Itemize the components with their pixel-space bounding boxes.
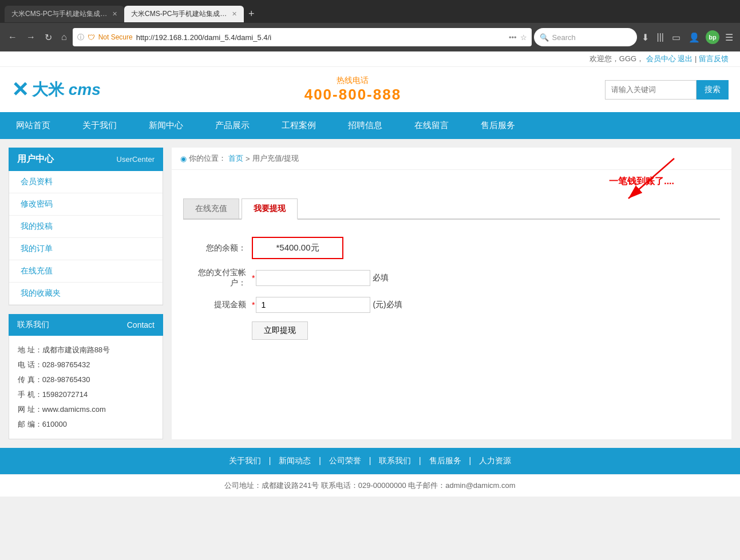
sidebar-item-contribution[interactable]: 我的投稿 (9, 216, 163, 238)
company-info: 公司地址：成都建设路241号 联系电话：029-00000000 电子邮件：ad… (224, 481, 515, 490)
favorites-link[interactable]: 我的收藏夹 (21, 288, 61, 297)
nav-item-message[interactable]: 在线留言 (398, 112, 465, 139)
nav-item-home[interactable]: 网站首页 (0, 112, 66, 139)
reload-button[interactable]: ↻ (41, 30, 56, 45)
nav-item-service[interactable]: 售后服务 (465, 112, 531, 139)
footer-sep-5: | (469, 456, 474, 465)
user-center-header: 用户中心 UserCenter (9, 148, 163, 171)
browser-tabs: 大米CMS-PC与手机建站集成，官▶ ✕ 大米CMS-PC与手机建站集成，官▶ … (0, 0, 740, 23)
footer-sep-2: | (319, 456, 323, 465)
contact-en: Contact (127, 320, 155, 329)
menu-icon[interactable]: ☰ (723, 30, 735, 45)
tab-title-2: 大米CMS-PC与手机建站集成，官▶ (131, 9, 228, 19)
browser-icons: ⬇ ||| ▭ 👤 bp ☰ (639, 30, 735, 45)
breadcrumb-prefix: 你的位置： (189, 153, 226, 164)
footer-sep-4: | (419, 456, 424, 465)
contact-mobile: 手 机：15982072714 (18, 387, 154, 402)
profile-icon[interactable]: 👤 (686, 30, 702, 45)
browser-controls: ← → ↻ ⌂ ⓘ 🛡 Not Secure http://192.168.1.… (0, 23, 740, 51)
header-search-button[interactable]: 搜索 (697, 80, 729, 100)
separator-2: | (695, 54, 699, 63)
tab-title-1: 大米CMS-PC与手机建站集成，官▶ (11, 9, 109, 19)
sidebar-menu: 会员资料 修改密码 我的投稿 我的订单 在线充值 我的收藏夹 (9, 171, 163, 305)
nav-item-products[interactable]: 产品展示 (199, 112, 266, 139)
sidebar-item-recharge[interactable]: 在线充值 (9, 260, 163, 283)
submit-button[interactable]: 立即提现 (252, 321, 308, 340)
window-icon[interactable]: ▭ (670, 30, 683, 45)
balance-row: 您的余额： *5400.00元 (183, 237, 720, 259)
download-icon[interactable]: ⬇ (639, 30, 651, 45)
contact-cn: 联系我们 (17, 320, 49, 330)
member-center-link[interactable]: 会员中心 (646, 54, 676, 63)
footer-bottom: 公司地址：成都建设路241号 联系电话：029-00000000 电子邮件：ad… (0, 474, 740, 497)
alipay-input[interactable] (256, 270, 370, 286)
main-content: ◉ 你的位置： 首页 > 用户充值/提现 一笔钱到账了.... (172, 148, 731, 439)
footer-link-news[interactable]: 新闻动态 (279, 456, 311, 465)
bookmark-icon[interactable]: ☆ (520, 33, 527, 42)
sidebar-item-profile[interactable]: 会员资料 (9, 171, 163, 193)
tab-withdraw[interactable]: 我要提现 (242, 198, 298, 220)
annotation-arrow (583, 153, 697, 210)
top-bar: 欢迎您，GGG， 会员中心 退出 | 留言反馈 (0, 51, 740, 67)
page-wrapper: 欢迎您，GGG， 会员中心 退出 | 留言反馈 ✕ 大米 cms 热线电话 40… (0, 51, 740, 497)
logout-link[interactable]: 退出 (678, 54, 692, 63)
content-area: 用户中心 UserCenter 会员资料 修改密码 我的投稿 我的订单 在线充值 (0, 139, 740, 448)
nav-item-projects[interactable]: 工程案例 (266, 112, 332, 139)
breadcrumb-home[interactable]: 首页 (228, 153, 243, 164)
logo-text: 大米 cms (32, 79, 101, 101)
user-center-en: UserCenter (117, 155, 155, 164)
balance-label: 您的余额： (183, 243, 252, 253)
footer-link-hr[interactable]: 人力资源 (479, 456, 511, 465)
withdraw-form: 您的余额： *5400.00元 您的支付宝帐户： * 必填 提现金额 * (元)… (183, 231, 720, 354)
balance-value: *5400.00元 (252, 237, 343, 259)
address-bar[interactable]: ⓘ 🛡 Not Secure http://192.168.1.200/dami… (73, 28, 532, 46)
new-tab-button[interactable]: + (244, 8, 259, 20)
orders-link[interactable]: 我的订单 (21, 244, 53, 253)
contribution-link[interactable]: 我的投稿 (21, 221, 53, 231)
header-search: 搜索 (605, 80, 729, 100)
password-link[interactable]: 修改密码 (21, 199, 53, 208)
profile-link[interactable]: 会员资料 (21, 177, 53, 186)
footer-link-service[interactable]: 售后服务 (429, 456, 461, 465)
tab-close-1[interactable]: ✕ (112, 10, 117, 18)
search-bar[interactable]: 🔍 Search (534, 28, 637, 46)
browser-tab-1[interactable]: 大米CMS-PC与手机建站集成，官▶ ✕ (5, 6, 124, 22)
back-button[interactable]: ← (5, 30, 21, 45)
content-panel: 一笔钱到账了.... 在线充值 我要提现 (172, 170, 731, 366)
nav-item-jobs[interactable]: 招聘信息 (332, 112, 398, 139)
contact-phone: 电 话：028-98765432 (18, 358, 154, 372)
library-icon[interactable]: ||| (655, 30, 666, 45)
nav-item-news[interactable]: 新闻中心 (133, 112, 199, 139)
amount-row: 提现金额 * (元)必填 (183, 297, 720, 313)
browser-tab-2[interactable]: 大米CMS-PC与手机建站集成，官▶ ✕ (124, 6, 244, 22)
amount-input[interactable] (256, 297, 370, 313)
footer-sep-1: | (269, 456, 274, 465)
alipay-required-mark: * (252, 273, 255, 283)
contact-fax: 传 真：028-98765430 (18, 372, 154, 387)
amount-label: 提现金额 (183, 300, 252, 310)
url-text: http://192.168.1.200/dami_5.4/dami_5.4/i (136, 33, 505, 42)
alipay-row: 您的支付宝帐户： * 必填 (183, 268, 720, 288)
feedback-link[interactable]: 留言反馈 (699, 54, 729, 63)
header: ✕ 大米 cms 热线电话 400-800-888 搜索 (0, 67, 740, 112)
sidebar-item-favorites[interactable]: 我的收藏夹 (9, 283, 163, 305)
home-button[interactable]: ⌂ (58, 30, 70, 45)
sidebar-item-password[interactable]: 修改密码 (9, 193, 163, 216)
alipay-required-label: 必填 (373, 273, 389, 283)
search-placeholder: Search (552, 33, 576, 42)
footer-link-honor[interactable]: 公司荣誉 (329, 456, 361, 465)
footer-link-contact[interactable]: 联系我们 (379, 456, 411, 465)
recharge-link[interactable]: 在线充值 (21, 266, 53, 275)
more-icon: ••• (509, 33, 517, 42)
hotline-number: 400-800-888 (304, 86, 401, 104)
tab-recharge[interactable]: 在线充值 (183, 198, 239, 219)
forward-button[interactable]: → (23, 30, 39, 45)
not-secure-label: Not Secure (98, 33, 133, 41)
footer-link-about[interactable]: 关于我们 (229, 456, 261, 465)
extension-icon[interactable]: bp (706, 30, 719, 44)
nav-item-about[interactable]: 关于我们 (66, 112, 133, 139)
tab-close-2[interactable]: ✕ (232, 10, 237, 18)
sidebar-item-orders[interactable]: 我的订单 (9, 238, 163, 260)
footer-sep-3: | (369, 456, 374, 465)
header-search-input[interactable] (605, 80, 697, 100)
